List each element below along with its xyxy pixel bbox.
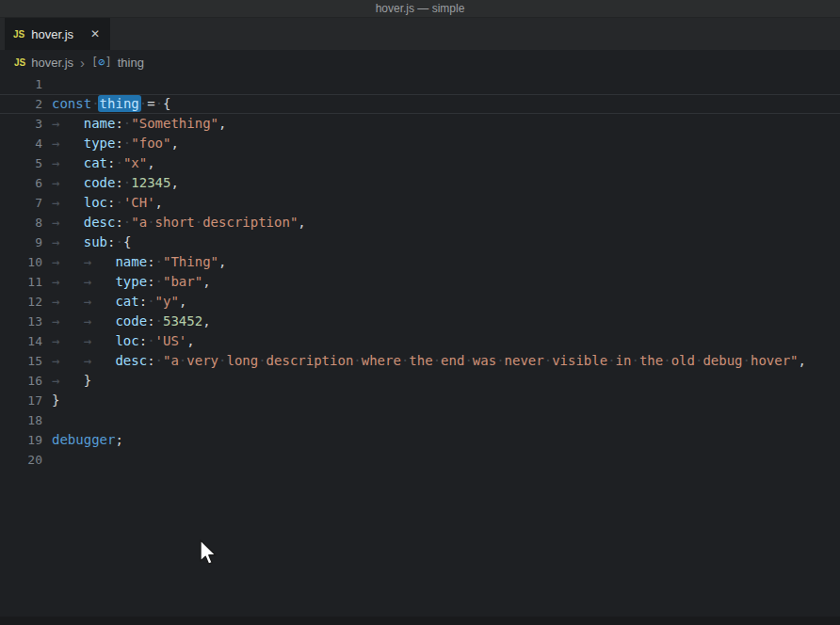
line-number[interactable]: 5 (0, 153, 42, 173)
code-line[interactable]: 13→→code:·53452, (0, 312, 840, 331)
code-text: } (42, 391, 840, 410)
code-text: →→loc:·'US', (42, 331, 840, 351)
code-text (42, 410, 840, 430)
code-line[interactable]: 1 (0, 74, 840, 94)
highlighted-word: thing (98, 95, 141, 112)
line-number[interactable]: 14 (0, 331, 42, 351)
line-number[interactable]: 6 (0, 173, 42, 193)
line-number[interactable]: 7 (0, 193, 42, 213)
line-number[interactable]: 9 (0, 232, 42, 252)
code-text: →→name:·"Thing", (42, 252, 840, 272)
code-line[interactable]: 10→→name:·"Thing", (0, 252, 840, 272)
code-text: →type:·"foo", (42, 134, 840, 153)
line-number[interactable]: 10 (0, 252, 42, 272)
line-number[interactable]: 2 (0, 94, 42, 114)
window-title: hover.js — simple (376, 2, 465, 15)
code-line[interactable]: 12→→cat:·"y", (0, 292, 840, 312)
code-text: →cat:·"x", (42, 153, 840, 173)
breadcrumb-file[interactable]: hover.js (31, 56, 73, 70)
code-text: const·thing·=·{ (42, 94, 840, 114)
titlebar[interactable]: hover.js — simple (0, 0, 840, 18)
code-area: 12const·thing·=·{3→name:·"Something",4→t… (0, 74, 840, 470)
breadcrumb-symbol[interactable]: thing (118, 56, 144, 70)
code-line[interactable]: 2const·thing·=·{ (0, 94, 840, 114)
code-line[interactable]: 11→→type:·"bar", (0, 272, 840, 292)
breadcrumb: JS hover.js › [⊘] thing (0, 50, 840, 74)
line-number[interactable]: 13 (0, 312, 42, 331)
vscode-window: hover.js — simple JS hover.js ✕ JS hover… (0, 0, 840, 625)
tab-bar: JS hover.js ✕ (0, 18, 840, 50)
tab-hover-js[interactable]: JS hover.js ✕ (5, 18, 110, 50)
code-text: →loc:·'CH', (42, 193, 840, 213)
line-number[interactable]: 20 (0, 450, 42, 470)
line-number[interactable]: 17 (0, 391, 42, 410)
code-text: →sub:·{ (42, 232, 840, 252)
javascript-file-icon: JS (14, 57, 25, 68)
code-text: →} (42, 371, 840, 391)
code-line[interactable]: 20 (0, 450, 840, 470)
code-text: →name:·"Something", (42, 114, 840, 134)
line-number[interactable]: 11 (0, 272, 42, 292)
code-text: →→code:·53452, (42, 312, 840, 331)
code-line[interactable]: 7→loc:·'CH', (0, 193, 840, 213)
code-line[interactable]: 4→type:·"foo", (0, 134, 840, 153)
symbol-variable-icon: [⊘] (91, 56, 112, 69)
line-number[interactable]: 15 (0, 351, 42, 371)
line-number[interactable]: 12 (0, 292, 42, 312)
line-number[interactable]: 3 (0, 114, 42, 134)
javascript-file-icon: JS (13, 29, 24, 40)
code-line[interactable]: 5→cat:·"x", (0, 153, 840, 173)
line-number[interactable]: 4 (0, 134, 42, 153)
tab-label: hover.js (31, 27, 82, 41)
line-number[interactable]: 16 (0, 371, 42, 391)
line-number[interactable]: 19 (0, 430, 42, 450)
code-text (42, 450, 840, 470)
bottom-strip (0, 617, 840, 625)
close-tab-icon[interactable]: ✕ (89, 26, 102, 41)
code-text: debugger; (42, 430, 840, 450)
code-line[interactable]: 17} (0, 391, 840, 410)
code-line[interactable]: 14→→loc:·'US', (0, 331, 840, 351)
code-text: →→desc:·"a·very·long·description·where·t… (42, 351, 840, 371)
code-text: →→cat:·"y", (42, 292, 840, 312)
code-text (42, 74, 840, 94)
code-text: →code:·12345, (42, 173, 840, 193)
code-line[interactable]: 19debugger; (0, 430, 840, 450)
line-number[interactable]: 8 (0, 213, 42, 232)
code-editor[interactable]: 12const·thing·=·{3→name:·"Something",4→t… (0, 74, 840, 625)
line-number[interactable]: 18 (0, 410, 42, 430)
code-line[interactable]: 9→sub:·{ (0, 232, 840, 252)
code-text: →desc:·"a·short·description", (42, 213, 840, 232)
code-line[interactable]: 3→name:·"Something", (0, 114, 840, 134)
code-line[interactable]: 16→} (0, 371, 840, 391)
code-line[interactable]: 6→code:·12345, (0, 173, 840, 193)
code-line[interactable]: 8→desc:·"a·short·description", (0, 213, 840, 232)
code-text: →→type:·"bar", (42, 272, 840, 292)
code-line[interactable]: 15→→desc:·"a·very·long·description·where… (0, 351, 840, 371)
line-number[interactable]: 1 (0, 74, 42, 94)
code-line[interactable]: 18 (0, 410, 840, 430)
chevron-right-icon: › (80, 56, 85, 70)
